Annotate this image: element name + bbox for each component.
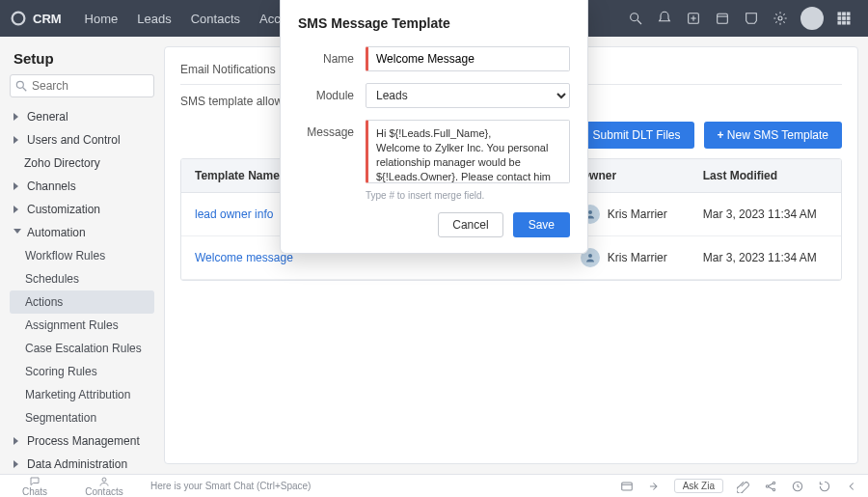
- bottom-chats[interactable]: Chats: [0, 476, 69, 497]
- sidebar-item[interactable]: Process Management: [10, 429, 154, 453]
- svg-rect-10: [847, 13, 850, 15]
- sidebar-list: GeneralUsers and ControlZoho DirectoryCh…: [10, 105, 154, 497]
- col-last-modified: Last Modified: [690, 159, 841, 193]
- svg-rect-12: [843, 17, 846, 20]
- sidebar-item-label: Workflow Rules: [25, 249, 105, 262]
- sidebar-item-label: Data Administration: [27, 457, 127, 471]
- bottom-chats-label: Chats: [22, 487, 47, 497]
- sidebar-item-label: Actions: [25, 295, 63, 309]
- share-icon[interactable]: [764, 480, 777, 493]
- ask-zia-button[interactable]: Ask Zia: [674, 479, 723, 493]
- last-modified-cell: Mar 3, 2023 11:34 AM: [690, 236, 841, 280]
- history-icon[interactable]: [818, 480, 831, 493]
- clip-icon[interactable]: [737, 480, 750, 493]
- tray-icon[interactable]: [737, 0, 766, 37]
- merge-hint: Type # to insert merge field.: [366, 190, 570, 201]
- svg-rect-14: [838, 21, 841, 24]
- sidebar-search[interactable]: [10, 74, 154, 97]
- svg-rect-13: [847, 17, 850, 20]
- svg-line-1: [637, 20, 641, 24]
- sidebar-item-label: Zoho Directory: [24, 156, 100, 170]
- sidebar-search-input[interactable]: [10, 74, 154, 97]
- sidebar-item-label: Marketing Attribution: [25, 388, 130, 401]
- svg-point-25: [773, 482, 774, 483]
- sidebar-item-label: Automation: [27, 226, 86, 239]
- chevron-left-icon[interactable]: [845, 480, 858, 493]
- svg-point-17: [16, 81, 23, 88]
- clock-icon[interactable]: [791, 480, 804, 493]
- sidebar-item[interactable]: Channels: [10, 175, 154, 198]
- search-icon[interactable]: [621, 0, 650, 37]
- cancel-button[interactable]: Cancel: [438, 212, 502, 237]
- bottom-bar: Chats Contacts Here is your Smart Chat (…: [0, 474, 868, 497]
- submit-dlt-button[interactable]: Submit DLT Files: [580, 122, 694, 149]
- sidebar-item[interactable]: Segmentation: [10, 406, 154, 429]
- chevron-right-icon: [14, 182, 21, 190]
- module-select[interactable]: Leads: [366, 83, 570, 108]
- svg-point-26: [773, 488, 774, 490]
- contacts-icon: [98, 476, 110, 487]
- sidebar-item[interactable]: Workflow Rules: [10, 244, 154, 267]
- brand[interactable]: CRM: [10, 10, 62, 27]
- sidebar-item-label: Customization: [27, 203, 100, 216]
- setup-sidebar: Setup GeneralUsers and ControlZoho Direc…: [10, 46, 154, 464]
- chevron-right-icon: [14, 437, 21, 445]
- svg-rect-22: [621, 482, 632, 489]
- sidebar-item-label: Case Escalation Rules: [25, 342, 142, 355]
- nav-leads[interactable]: Leads: [127, 0, 180, 37]
- svg-line-18: [23, 88, 27, 92]
- sidebar-item[interactable]: Marketing Attribution: [10, 383, 154, 406]
- bottom-contacts[interactable]: Contacts: [69, 476, 139, 497]
- sidebar-title: Setup: [14, 50, 154, 67]
- owner-name: Kris Marrier: [608, 207, 667, 221]
- label-name: Name: [298, 46, 354, 66]
- sidebar-item[interactable]: Zoho Directory: [10, 152, 154, 175]
- chat-icon: [29, 476, 41, 487]
- sidebar-item[interactable]: Users and Control: [10, 128, 154, 152]
- bell-icon[interactable]: [650, 0, 679, 37]
- svg-rect-15: [843, 21, 846, 24]
- chevron-right-icon: [14, 206, 21, 213]
- sidebar-item-label: Schedules: [25, 272, 79, 286]
- svg-point-19: [588, 210, 592, 214]
- apps-icon[interactable]: [829, 0, 858, 37]
- sidebar-item[interactable]: Scoring Rules: [10, 360, 154, 383]
- sidebar-item[interactable]: Customization: [10, 198, 154, 221]
- name-input[interactable]: [366, 46, 570, 71]
- user-avatar[interactable]: [800, 7, 824, 30]
- new-sms-template-button[interactable]: New SMS Template: [704, 122, 843, 149]
- chevron-right-icon: [14, 136, 21, 144]
- sidebar-item-label: General: [27, 110, 68, 124]
- nav-contacts[interactable]: Contacts: [181, 0, 250, 37]
- svg-rect-16: [847, 21, 850, 24]
- sidebar-item[interactable]: Assignment Rules: [10, 314, 154, 337]
- owner-name: Kris Marrier: [608, 251, 667, 264]
- panel-icon[interactable]: [620, 480, 634, 493]
- svg-point-21: [102, 478, 106, 482]
- smart-chat-hint: Here is your Smart Chat (Ctrl+Space): [150, 481, 311, 491]
- sidebar-item-label: Segmentation: [25, 411, 96, 425]
- svg-rect-5: [718, 14, 728, 23]
- arrow-icon[interactable]: [647, 480, 661, 493]
- sidebar-item[interactable]: Automation: [10, 221, 154, 244]
- calendar-icon[interactable]: [708, 0, 737, 37]
- sidebar-item[interactable]: Schedules: [10, 267, 154, 290]
- gear-icon[interactable]: [766, 0, 795, 37]
- svg-point-7: [778, 16, 782, 20]
- svg-rect-9: [843, 13, 846, 15]
- chevron-right-icon: [14, 113, 21, 121]
- sidebar-item[interactable]: Actions: [10, 290, 154, 314]
- sidebar-item[interactable]: General: [10, 105, 154, 128]
- chevron-down-icon: [14, 229, 21, 236]
- add-icon[interactable]: [679, 0, 708, 37]
- sidebar-item-label: Assignment Rules: [25, 318, 119, 332]
- tab-email-notifications[interactable]: Email Notifications: [180, 57, 276, 84]
- message-textarea[interactable]: [366, 120, 570, 183]
- svg-rect-11: [838, 17, 841, 20]
- sidebar-item[interactable]: Data Administration: [10, 453, 154, 476]
- sidebar-item[interactable]: Case Escalation Rules: [10, 337, 154, 360]
- brand-name: CRM: [33, 12, 62, 26]
- nav-home[interactable]: Home: [75, 0, 128, 37]
- svg-rect-8: [838, 13, 841, 15]
- save-button[interactable]: Save: [513, 212, 570, 237]
